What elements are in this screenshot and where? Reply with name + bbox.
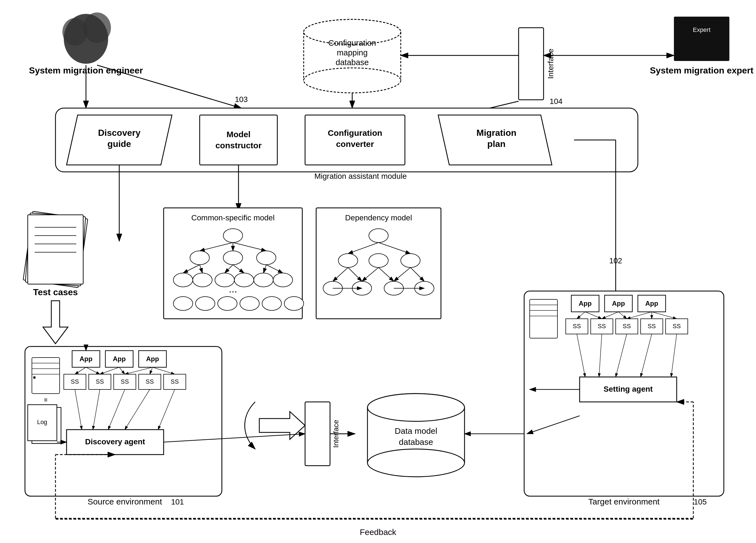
discovery-guide-label: Discovery <box>98 128 141 138</box>
svg-point-69 <box>240 296 259 310</box>
log-label: Log <box>37 418 47 425</box>
svg-point-129 <box>367 449 465 477</box>
src-app3: App <box>146 355 159 362</box>
source-env-label: Source environment <box>88 497 162 506</box>
svg-text:database: database <box>399 437 433 446</box>
setting-agent-label: Setting agent <box>603 385 653 393</box>
svg-point-130 <box>367 394 465 421</box>
src-ss5: SS <box>171 378 179 385</box>
svg-rect-96 <box>33 376 35 379</box>
src-app1: App <box>80 355 93 362</box>
svg-point-74 <box>338 254 358 268</box>
svg-rect-39 <box>28 215 83 284</box>
svg-point-54 <box>254 273 273 287</box>
svg-text:Expert: Expert <box>693 26 711 33</box>
feedback-label: Feedback <box>360 527 397 537</box>
ref-104: 104 <box>550 97 563 106</box>
svg-point-71 <box>284 296 304 310</box>
model-constructor-label: Model <box>227 130 251 139</box>
svg-text:...: ... <box>229 283 237 294</box>
svg-line-20 <box>97 65 241 108</box>
svg-point-55 <box>273 273 293 287</box>
svg-point-12 <box>304 68 401 93</box>
svg-point-67 <box>196 296 215 310</box>
dependency-model-label: Dependency model <box>345 214 412 222</box>
ref-101: 101 <box>171 498 184 506</box>
config-db-label: Configuration <box>328 39 376 47</box>
svg-rect-16 <box>519 28 544 100</box>
src-ss4: SS <box>146 378 154 385</box>
svg-text:converter: converter <box>336 140 374 149</box>
svg-text:database: database <box>336 58 369 67</box>
svg-point-48 <box>223 251 243 265</box>
svg-rect-123 <box>305 402 330 466</box>
svg-point-7 <box>83 12 111 43</box>
svg-rect-26 <box>200 115 277 165</box>
src-ss1: SS <box>71 378 79 385</box>
svg-point-47 <box>190 251 209 265</box>
ref-105: 105 <box>694 498 707 506</box>
test-cases-label: Test cases <box>33 287 78 297</box>
svg-point-75 <box>369 254 388 268</box>
source-server-label: ≡ <box>44 396 48 403</box>
svg-point-49 <box>257 251 276 265</box>
svg-point-50 <box>173 273 193 287</box>
src-ss2: SS <box>96 378 104 385</box>
tgt-ss1: SS <box>573 323 581 329</box>
svg-point-76 <box>401 254 420 268</box>
expert-label: System migration expert <box>650 65 754 75</box>
svg-marker-44 <box>43 301 68 344</box>
tgt-ss5: SS <box>673 323 681 329</box>
ref-103: 103 <box>235 95 248 104</box>
src-app2: App <box>113 355 126 362</box>
svg-point-70 <box>262 296 281 310</box>
svg-point-51 <box>193 273 212 287</box>
discovery-agent-label: Discovery agent <box>85 437 145 446</box>
tgt-app1: App <box>579 299 592 307</box>
svg-point-46 <box>223 229 243 243</box>
diagram-container: System migration engineer Expert System … <box>0 0 756 543</box>
svg-point-73 <box>369 229 388 243</box>
svg-text:guide: guide <box>107 139 131 149</box>
migration-module-label: Migration assistant module <box>314 172 407 181</box>
migration-plan-label: Migration <box>476 128 516 138</box>
tgt-app2: App <box>612 299 625 307</box>
data-model-db-label: Data model <box>395 426 437 435</box>
svg-point-66 <box>173 296 193 310</box>
svg-rect-8 <box>674 17 729 61</box>
svg-point-68 <box>218 296 237 310</box>
interface-top-label: Interface <box>546 49 555 79</box>
svg-rect-162 <box>55 518 693 519</box>
svg-rect-135 <box>530 299 557 338</box>
tgt-ss2: SS <box>598 323 606 329</box>
tgt-ss4: SS <box>648 323 656 329</box>
svg-text:constructor: constructor <box>215 141 262 150</box>
tgt-app3: App <box>645 299 658 307</box>
svg-point-53 <box>234 273 254 287</box>
svg-text:mapping: mapping <box>337 48 367 57</box>
svg-text:plan: plan <box>487 139 506 149</box>
common-specific-model-label: Common-specific model <box>191 214 275 222</box>
svg-point-6 <box>62 18 87 46</box>
src-ss3: SS <box>121 378 129 385</box>
tgt-ss3: SS <box>623 323 631 329</box>
target-env-label: Target environment <box>588 497 660 506</box>
config-converter-label: Configuration <box>328 128 382 138</box>
